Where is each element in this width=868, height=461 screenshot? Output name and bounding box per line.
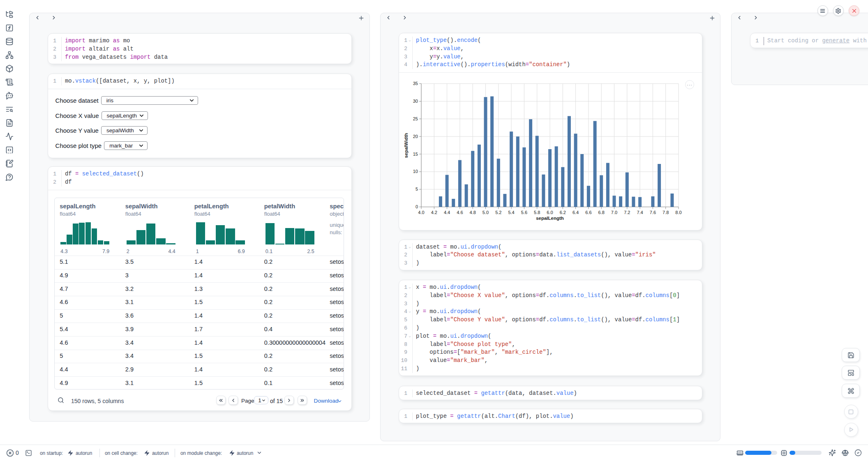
- svg-text:20: 20: [413, 134, 418, 138]
- svg-text:8.0: 8.0: [675, 210, 681, 214]
- svg-text:4.2: 4.2: [431, 210, 437, 214]
- svg-text:7.0: 7.0: [611, 210, 617, 214]
- svg-text:25: 25: [413, 116, 418, 121]
- svg-text:5.8: 5.8: [534, 210, 540, 214]
- svg-text:sepalLength: sepalLength: [536, 215, 564, 220]
- svg-text:4.4: 4.4: [444, 210, 450, 214]
- svg-text:5.2: 5.2: [495, 210, 501, 214]
- svg-text:7.8: 7.8: [663, 210, 669, 214]
- svg-text:4.6: 4.6: [457, 210, 463, 214]
- svg-text:7.4: 7.4: [637, 210, 643, 214]
- svg-text:4.8: 4.8: [470, 210, 476, 214]
- svg-text:sepalWidth: sepalWidth: [404, 133, 409, 158]
- svg-text:7.2: 7.2: [624, 210, 630, 214]
- svg-text:6.4: 6.4: [573, 210, 579, 214]
- svg-text:30: 30: [413, 99, 418, 104]
- svg-text:6.8: 6.8: [598, 210, 605, 214]
- svg-text:6.6: 6.6: [585, 210, 591, 214]
- svg-text:5.0: 5.0: [482, 210, 489, 214]
- svg-text:5.4: 5.4: [508, 210, 514, 214]
- svg-text:7.6: 7.6: [650, 210, 656, 214]
- svg-text:0: 0: [416, 204, 418, 209]
- svg-text:5: 5: [416, 187, 418, 191]
- svg-text:6.2: 6.2: [560, 210, 566, 214]
- svg-text:6.0: 6.0: [547, 210, 553, 214]
- svg-text:15: 15: [413, 151, 418, 156]
- svg-text:5.6: 5.6: [521, 210, 527, 214]
- svg-text:35: 35: [413, 81, 418, 86]
- svg-text:10: 10: [413, 169, 418, 174]
- svg-text:4.0: 4.0: [418, 210, 424, 214]
